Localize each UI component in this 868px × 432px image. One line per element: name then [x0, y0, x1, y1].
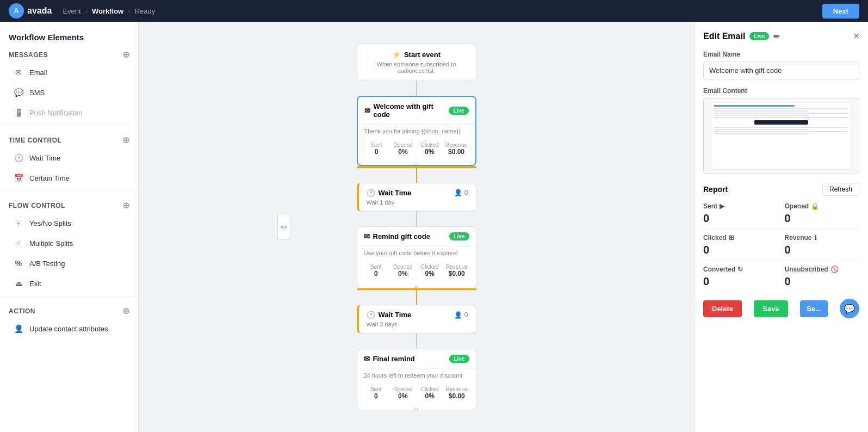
start-event-node[interactable]: ⚡ Start event When someone subscribed to… [357, 44, 476, 81]
edit-panel-close-icon[interactable]: × [853, 30, 859, 42]
sidebar-item-certain-time[interactable]: 📅 Certain Time [4, 168, 134, 188]
email-node-remind[interactable]: ✉ Remind gift code Live Use your gift co… [357, 226, 476, 288]
breadcrumb-event[interactable]: Event [63, 7, 80, 15]
delete-button[interactable]: Delete [703, 300, 742, 317]
start-event-title: ⚡ Start event [368, 51, 465, 59]
sidebar-item-exit[interactable]: ⏏ Exit [4, 274, 134, 293]
report-converted-value: 0 [703, 275, 778, 288]
messages-add-icon[interactable]: ⊕ [122, 50, 130, 60]
preview-text-9 [714, 133, 808, 134]
preview-text-7 [714, 129, 808, 130]
action-add-icon[interactable]: ⊕ [122, 306, 130, 316]
email-node-final-chevron[interactable]: ∨ [357, 404, 476, 410]
breadcrumb-sep1: › [85, 7, 88, 15]
sidebar-item-ab-testing[interactable]: % A/B Testing [4, 254, 134, 273]
stat-clicked-1-value: 0% [418, 148, 442, 156]
preview-text-2 [714, 110, 808, 112]
time-control-label: Time control [9, 137, 61, 144]
wait-node-2[interactable]: 🕐 Wait Time 👤 0 Wait 3 days [357, 305, 476, 334]
revenue-info-icon: ℹ [814, 234, 817, 242]
send-button[interactable]: Se... [800, 300, 828, 317]
canvas: «» ⚡ Start event When someone subscribed… [139, 22, 694, 432]
edit-panel-header: Edit Email Live ✏ × [703, 30, 859, 42]
yes-no-splits-icon: ⑂ [13, 218, 24, 229]
push-icon: 📱 [13, 107, 24, 118]
report-clicked-label: Clicked ⊞ [703, 234, 778, 242]
email-node-remind-live-badge: Live [449, 232, 469, 240]
report-section: Report Refresh Sent ▶ 0 Opened 🔒 0 [703, 183, 859, 288]
next-button[interactable]: Next [822, 4, 859, 18]
exit-icon: ⏏ [13, 278, 24, 289]
refresh-button[interactable]: Refresh [822, 183, 859, 196]
save-button[interactable]: Save [754, 300, 788, 317]
email-node-remind-desc: Use your gift code before it expires! [357, 246, 476, 260]
preview-text-6 [714, 127, 848, 128]
people-icon-2: 👤 [454, 311, 462, 319]
connector-2 [416, 168, 417, 183]
sidebar-item-multiple-splits[interactable]: ⑃ Multiple Splits [4, 233, 134, 253]
email-preview-inner [711, 102, 851, 170]
email-node-welcome-header: ✉ Welcome with gift code Live [358, 97, 475, 125]
email-node-final-desc: 24 hours left to redeem your discount [357, 369, 476, 382]
report-header: Report Refresh [703, 183, 859, 196]
canvas-inner: ⚡ Start event When someone subscribed to… [281, 44, 553, 410]
stat-clicked-1-label: Clicked [418, 142, 442, 148]
report-opened-value: 0 [785, 212, 860, 225]
report-item-clicked: Clicked ⊞ 0 [703, 234, 778, 256]
main-layout: Workflow Elements Messages ⊕ ✉ Email 💬 S… [0, 22, 868, 432]
flow-control-add-icon[interactable]: ⊕ [122, 200, 130, 211]
email-name-input[interactable] [703, 61, 859, 79]
sidebar-item-sms[interactable]: 💬 SMS [4, 83, 134, 102]
sidebar-item-email[interactable]: ✉ Email [4, 63, 134, 82]
email-icon: ✉ [13, 67, 24, 78]
sidebar-item-wait-time[interactable]: 🕐 Wait Time [4, 148, 134, 168]
email-node-final-icon: ✉ [364, 355, 370, 363]
divider-2 [0, 191, 138, 192]
email-name-label: Email Name [703, 51, 859, 58]
wait-node-1[interactable]: 🕐 Wait Time 👤 0 Wait 1 day [357, 183, 476, 212]
report-unsubscribed-value: 0 [785, 275, 860, 288]
report-sent-value: 0 [703, 212, 778, 225]
logo-text: avada [27, 6, 52, 16]
breadcrumb-workflow[interactable]: Workflow [92, 7, 123, 15]
report-unsubscribed-label: Unsubscribed 🚫 [785, 266, 860, 273]
clicked-grid-icon: ⊞ [729, 234, 734, 242]
email-node-remind-chevron[interactable]: ∨ [357, 282, 476, 288]
stat-opened-1-value: 0% [391, 148, 416, 156]
ab-testing-icon: % [13, 258, 24, 269]
preview-text-5 [714, 117, 848, 118]
email-node-final[interactable]: ✉ Final remind Live 24 hours left to red… [357, 349, 476, 410]
connector-3 [416, 212, 417, 226]
edit-panel: Edit Email Live ✏ × Email Name Email Con… [694, 22, 868, 432]
action-label: Action [9, 307, 35, 315]
flow-control-section-header: Flow control ⊕ [0, 195, 138, 213]
stat-revenue-1: Revenue $0.00 [444, 142, 469, 156]
edit-pencil-icon[interactable]: ✏ [773, 32, 780, 41]
sidebar-item-push[interactable]: 📱 Push Notification [4, 103, 134, 122]
stat-clicked-1: Clicked 0% [418, 142, 442, 156]
email-node-welcome-icon: ✉ [364, 107, 370, 115]
action-section-header: Action ⊕ [0, 300, 138, 318]
email-node-welcome-chevron[interactable]: ∨ [358, 160, 475, 166]
converted-refresh-icon: ↻ [737, 266, 743, 273]
email-preview-box[interactable] [703, 98, 859, 174]
report-grid-2: Clicked ⊞ 0 Revenue ℹ 0 [703, 234, 859, 256]
report-grid-3: Converted ↻ 0 Unsubscribed 🚫 0 [703, 266, 859, 288]
sidebar-item-yes-no-splits[interactable]: ⑂ Yes/No Splits [4, 213, 134, 233]
stat-revenue-3: Revenue $0.00 [444, 386, 469, 400]
stat-sent-1: Sent 0 [364, 142, 389, 156]
connector-5 [416, 334, 417, 348]
sidebar-certain-time-label: Certain Time [29, 174, 70, 182]
chat-button[interactable]: 💬 [840, 299, 859, 318]
time-control-add-icon[interactable]: ⊕ [122, 135, 130, 145]
time-control-section-header: Time control ⊕ [0, 129, 138, 147]
sidebar-ab-testing-label: A/B Testing [29, 260, 65, 268]
collapse-sidebar-button[interactable]: «» [277, 214, 290, 240]
email-node-remind-header: ✉ Remind gift code Live [357, 227, 476, 246]
email-node-welcome[interactable]: ✉ Welcome with gift code Live Thank you … [357, 96, 476, 166]
logo: A avada [9, 3, 52, 18]
start-event-desc: When someone subscribed to audiences lis… [368, 61, 465, 74]
sidebar-item-update-contact[interactable]: 👤 Update contact attributes [4, 319, 134, 338]
report-divider-1 [703, 229, 859, 230]
report-revenue-value: 0 [785, 244, 860, 256]
